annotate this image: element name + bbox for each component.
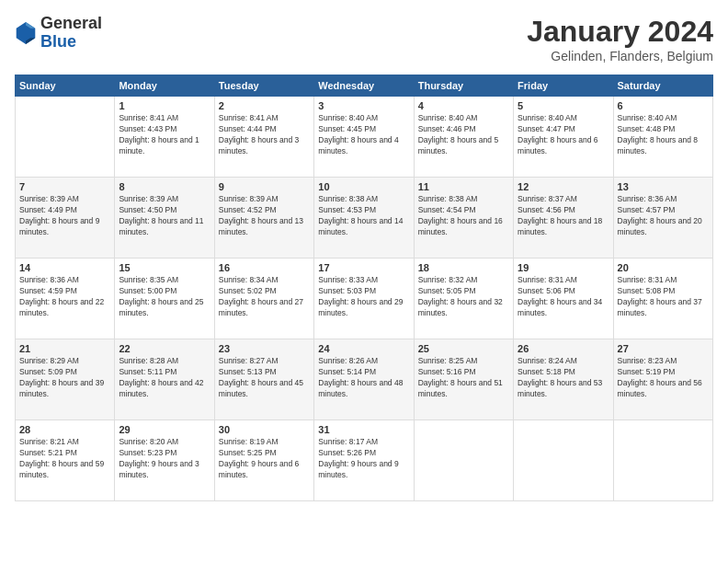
logo-icon: [15, 20, 37, 46]
sunrise-text: Sunrise: 8:19 AM: [219, 437, 279, 446]
week-row-5: 28 Sunrise: 8:21 AM Sunset: 5:21 PM Dayl…: [16, 420, 713, 501]
header: General Blue January 2024 Gelinden, Flan…: [15, 15, 713, 63]
col-sunday: Sunday: [16, 75, 115, 97]
daylight-text: Daylight: 8 hours and 32 minutes.: [418, 297, 503, 317]
day-info: Sunrise: 8:25 AM Sunset: 5:16 PM Dayligh…: [418, 356, 509, 400]
day-number: 26: [518, 343, 609, 354]
sunrise-text: Sunrise: 8:41 AM: [219, 113, 279, 122]
sunrise-text: Sunrise: 8:33 AM: [318, 275, 378, 284]
calendar-cell: [16, 97, 115, 178]
day-number: 16: [219, 262, 310, 273]
day-number: 18: [418, 262, 509, 273]
daylight-text: Daylight: 8 hours and 8 minutes.: [618, 135, 698, 155]
sunset-text: Sunset: 5:06 PM: [518, 286, 575, 295]
daylight-text: Daylight: 8 hours and 13 minutes.: [219, 216, 303, 236]
sunset-text: Sunset: 4:44 PM: [219, 124, 277, 133]
day-number: 6: [618, 100, 709, 111]
sunrise-text: Sunrise: 8:40 AM: [518, 113, 577, 122]
day-info: Sunrise: 8:39 AM Sunset: 4:52 PM Dayligh…: [219, 194, 310, 238]
day-number: 12: [518, 181, 609, 192]
calendar-table: Sunday Monday Tuesday Wednesday Thursday…: [15, 75, 713, 501]
calendar-cell: 17 Sunrise: 8:33 AM Sunset: 5:03 PM Dayl…: [314, 259, 414, 339]
sunset-text: Sunset: 5:08 PM: [618, 286, 676, 295]
day-info: Sunrise: 8:36 AM Sunset: 4:59 PM Dayligh…: [19, 275, 110, 319]
calendar-cell: 3 Sunrise: 8:40 AM Sunset: 4:45 PM Dayli…: [314, 97, 414, 178]
sunrise-text: Sunrise: 8:29 AM: [19, 356, 79, 365]
sunset-text: Sunset: 4:54 PM: [418, 205, 476, 214]
sunrise-text: Sunrise: 8:38 AM: [318, 194, 378, 203]
sunset-text: Sunset: 5:11 PM: [119, 367, 176, 376]
calendar-cell: 16 Sunrise: 8:34 AM Sunset: 5:02 PM Dayl…: [214, 259, 313, 339]
day-info: Sunrise: 8:23 AM Sunset: 5:19 PM Dayligh…: [618, 356, 709, 400]
sunset-text: Sunset: 4:48 PM: [618, 124, 676, 133]
sunrise-text: Sunrise: 8:17 AM: [318, 437, 378, 446]
daylight-text: Daylight: 8 hours and 56 minutes.: [618, 378, 702, 398]
sunrise-text: Sunrise: 8:31 AM: [618, 275, 677, 284]
sunset-text: Sunset: 5:23 PM: [119, 448, 176, 457]
calendar-cell: 6 Sunrise: 8:40 AM Sunset: 4:48 PM Dayli…: [613, 97, 712, 178]
day-number: 22: [119, 343, 210, 354]
daylight-text: Daylight: 8 hours and 39 minutes.: [19, 378, 104, 398]
sunrise-text: Sunrise: 8:28 AM: [119, 356, 178, 365]
daylight-text: Daylight: 9 hours and 3 minutes.: [119, 459, 199, 479]
daylight-text: Daylight: 8 hours and 37 minutes.: [618, 297, 702, 317]
daylight-text: Daylight: 8 hours and 29 minutes.: [318, 297, 403, 317]
daylight-text: Daylight: 8 hours and 34 minutes.: [518, 297, 602, 317]
calendar-cell: 4 Sunrise: 8:40 AM Sunset: 4:46 PM Dayli…: [414, 97, 513, 178]
sunrise-text: Sunrise: 8:40 AM: [618, 113, 677, 122]
logo-text: General Blue: [40, 15, 102, 52]
day-info: Sunrise: 8:37 AM Sunset: 4:56 PM Dayligh…: [518, 194, 609, 238]
col-thursday: Thursday: [414, 75, 513, 97]
column-headers: Sunday Monday Tuesday Wednesday Thursday…: [16, 75, 713, 97]
sunrise-text: Sunrise: 8:40 AM: [318, 113, 378, 122]
calendar-cell: 5 Sunrise: 8:40 AM Sunset: 4:47 PM Dayli…: [514, 97, 613, 178]
calendar-cell: 1 Sunrise: 8:41 AM Sunset: 4:43 PM Dayli…: [115, 97, 214, 178]
sunrise-text: Sunrise: 8:26 AM: [318, 356, 378, 365]
sunset-text: Sunset: 5:09 PM: [19, 367, 77, 376]
sunset-text: Sunset: 4:47 PM: [518, 124, 575, 133]
sunset-text: Sunset: 5:26 PM: [318, 448, 376, 457]
day-number: 13: [618, 181, 709, 192]
calendar-cell: 29 Sunrise: 8:20 AM Sunset: 5:23 PM Dayl…: [115, 420, 214, 501]
day-info: Sunrise: 8:29 AM Sunset: 5:09 PM Dayligh…: [19, 356, 110, 400]
day-number: 27: [618, 343, 709, 354]
day-number: 2: [219, 100, 310, 111]
day-info: Sunrise: 8:31 AM Sunset: 5:06 PM Dayligh…: [518, 275, 609, 319]
calendar-cell: 2 Sunrise: 8:41 AM Sunset: 4:44 PM Dayli…: [214, 97, 313, 178]
title-block: January 2024 Gelinden, Flanders, Belgium: [527, 15, 713, 63]
svg-marker-0: [17, 22, 36, 44]
day-number: 31: [318, 424, 409, 435]
sunset-text: Sunset: 5:02 PM: [219, 286, 277, 295]
day-info: Sunrise: 8:20 AM Sunset: 5:23 PM Dayligh…: [119, 437, 210, 481]
day-info: Sunrise: 8:19 AM Sunset: 5:25 PM Dayligh…: [219, 437, 310, 481]
calendar-cell: 20 Sunrise: 8:31 AM Sunset: 5:08 PM Dayl…: [613, 259, 712, 339]
sunrise-text: Sunrise: 8:25 AM: [418, 356, 478, 365]
day-info: Sunrise: 8:40 AM Sunset: 4:45 PM Dayligh…: [318, 113, 409, 157]
sunset-text: Sunset: 5:14 PM: [318, 367, 376, 376]
sunrise-text: Sunrise: 8:38 AM: [418, 194, 478, 203]
daylight-text: Daylight: 8 hours and 25 minutes.: [119, 297, 203, 317]
daylight-text: Daylight: 8 hours and 27 minutes.: [219, 297, 303, 317]
daylight-text: Daylight: 8 hours and 3 minutes.: [219, 135, 299, 155]
calendar-cell: 11 Sunrise: 8:38 AM Sunset: 4:54 PM Dayl…: [414, 178, 513, 259]
sunset-text: Sunset: 5:00 PM: [119, 286, 176, 295]
sunset-text: Sunset: 5:18 PM: [518, 367, 575, 376]
daylight-text: Daylight: 8 hours and 16 minutes.: [418, 216, 503, 236]
sunrise-text: Sunrise: 8:35 AM: [119, 275, 178, 284]
day-number: 10: [318, 181, 409, 192]
sunrise-text: Sunrise: 8:32 AM: [418, 275, 478, 284]
day-info: Sunrise: 8:41 AM Sunset: 4:43 PM Dayligh…: [119, 113, 210, 157]
day-number: 17: [318, 262, 409, 273]
daylight-text: Daylight: 8 hours and 4 minutes.: [318, 135, 398, 155]
day-info: Sunrise: 8:26 AM Sunset: 5:14 PM Dayligh…: [318, 356, 409, 400]
calendar-cell: 14 Sunrise: 8:36 AM Sunset: 4:59 PM Dayl…: [16, 259, 115, 339]
day-info: Sunrise: 8:27 AM Sunset: 5:13 PM Dayligh…: [219, 356, 310, 400]
calendar-cell: [414, 420, 513, 501]
daylight-text: Daylight: 8 hours and 14 minutes.: [318, 216, 403, 236]
sunset-text: Sunset: 5:03 PM: [318, 286, 376, 295]
calendar-cell: 27 Sunrise: 8:23 AM Sunset: 5:19 PM Dayl…: [613, 339, 712, 420]
col-friday: Friday: [514, 75, 613, 97]
day-info: Sunrise: 8:35 AM Sunset: 5:00 PM Dayligh…: [119, 275, 210, 319]
sunrise-text: Sunrise: 8:21 AM: [19, 437, 79, 446]
daylight-text: Daylight: 8 hours and 51 minutes.: [418, 378, 503, 398]
